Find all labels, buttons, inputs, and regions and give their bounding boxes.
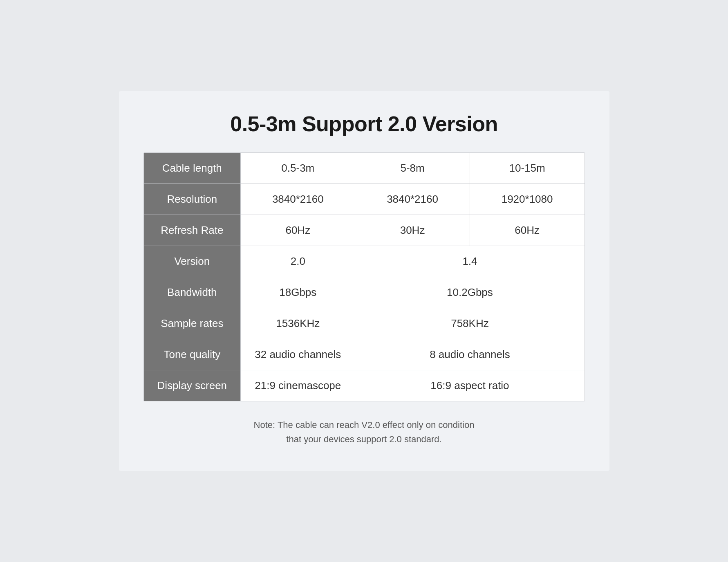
table-row: Refresh Rate 60Hz 30Hz 60Hz — [144, 215, 585, 246]
label-refresh-rate: Refresh Rate — [144, 215, 241, 246]
label-tone-quality: Tone quality — [144, 339, 241, 370]
data-display-screen-col1: 21:9 cinemascope — [241, 370, 355, 401]
data-version-merged: 1.4 — [355, 246, 585, 277]
data-sample-rates-merged: 758KHz — [355, 308, 585, 339]
data-bandwidth-merged: 10.2Gbps — [355, 277, 585, 308]
table-row: Tone quality 32 audio channels 8 audio c… — [144, 339, 585, 370]
table-row: Cable length 0.5-3m 5-8m 10-15m — [144, 153, 585, 184]
data-refresh-rate-col2: 30Hz — [355, 215, 470, 246]
data-tone-quality-merged: 8 audio channels — [355, 339, 585, 370]
label-cable-length: Cable length — [144, 153, 241, 184]
table-row: Display screen 21:9 cinemascope 16:9 asp… — [144, 370, 585, 401]
table-row: Sample rates 1536KHz 758KHz — [144, 308, 585, 339]
data-cable-length-col2: 5-8m — [355, 153, 470, 184]
data-sample-rates-col1: 1536KHz — [241, 308, 355, 339]
data-bandwidth-col1: 18Gbps — [241, 277, 355, 308]
data-cable-length-col3: 10-15m — [470, 153, 584, 184]
data-resolution-col1: 3840*2160 — [241, 184, 355, 215]
data-resolution-col3: 1920*1080 — [470, 184, 584, 215]
data-cable-length-col1: 0.5-3m — [241, 153, 355, 184]
data-resolution-col2: 3840*2160 — [355, 184, 470, 215]
label-bandwidth: Bandwidth — [144, 277, 241, 308]
data-refresh-rate-col3: 60Hz — [470, 215, 584, 246]
table-row: Bandwidth 18Gbps 10.2Gbps — [144, 277, 585, 308]
label-display-screen: Display screen — [144, 370, 241, 401]
page-container: 0.5-3m Support 2.0 Version Cable length … — [119, 91, 609, 471]
data-version-col1: 2.0 — [241, 246, 355, 277]
label-sample-rates: Sample rates — [144, 308, 241, 339]
data-display-screen-merged: 16:9 aspect ratio — [355, 370, 585, 401]
label-resolution: Resolution — [144, 184, 241, 215]
note-text: Note: The cable can reach V2.0 effect on… — [143, 418, 585, 446]
table-row: Version 2.0 1.4 — [144, 246, 585, 277]
data-tone-quality-col1: 32 audio channels — [241, 339, 355, 370]
spec-table-wrapper: Cable length 0.5-3m 5-8m 10-15m Resoluti… — [143, 152, 585, 401]
page-title: 0.5-3m Support 2.0 Version — [143, 112, 585, 136]
label-version: Version — [144, 246, 241, 277]
table-row: Resolution 3840*2160 3840*2160 1920*1080 — [144, 184, 585, 215]
data-refresh-rate-col1: 60Hz — [241, 215, 355, 246]
spec-table: Cable length 0.5-3m 5-8m 10-15m Resoluti… — [144, 153, 585, 401]
